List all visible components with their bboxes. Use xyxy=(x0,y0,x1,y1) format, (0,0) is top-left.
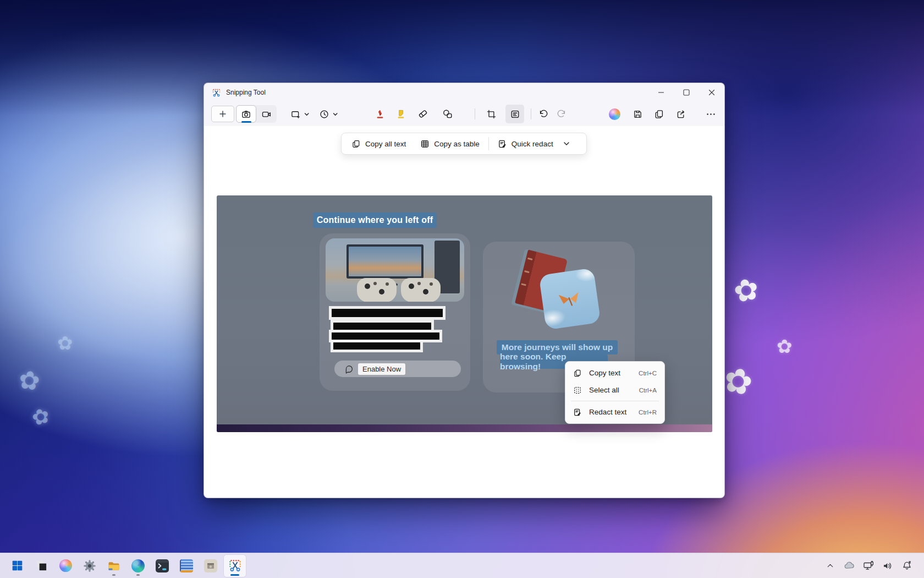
captured-wallpaper-strip xyxy=(217,424,712,432)
blue-flower: ✿ xyxy=(57,334,73,352)
photo-mode-button[interactable] xyxy=(236,105,256,123)
taskbar-terminal[interactable] xyxy=(151,555,173,577)
quick-redact-label: Quick redact xyxy=(512,140,553,148)
titlebar[interactable]: Snipping Tool xyxy=(204,83,724,102)
taskbar-setup-app[interactable] xyxy=(200,555,222,577)
active-app-indicator xyxy=(230,574,239,576)
folder-icon xyxy=(107,559,120,572)
copy-all-text-button[interactable]: Copy all text xyxy=(351,139,406,149)
copy-button[interactable] xyxy=(650,105,668,123)
blue-flower: ✿ xyxy=(17,367,42,395)
toolbar-divider xyxy=(475,108,475,119)
snip-shape-button[interactable] xyxy=(286,105,305,123)
copilot-button[interactable] xyxy=(605,105,624,123)
menu-item-redact-text[interactable]: Redact text Ctrl+R xyxy=(568,403,662,421)
snipping-tool-window: Snipping Tool xyxy=(204,83,725,498)
notepad-icon xyxy=(180,559,193,572)
quick-redact-expand-chevron-icon[interactable] xyxy=(563,141,570,146)
menu-divider xyxy=(571,401,659,401)
game-controller-graphic xyxy=(401,278,441,302)
copilot-icon xyxy=(59,559,72,572)
maximize-button[interactable] xyxy=(674,83,699,102)
undo-button[interactable] xyxy=(534,105,553,123)
actions-bar-divider xyxy=(488,137,489,150)
copy-all-text-label: Copy all text xyxy=(365,140,406,148)
close-button[interactable] xyxy=(699,83,724,102)
gaming-setup-photo xyxy=(326,238,464,302)
select-all-icon xyxy=(573,386,582,395)
taskbar-notepad[interactable] xyxy=(175,555,197,577)
gear-icon xyxy=(83,559,96,572)
enable-now-region[interactable]: Enable Now xyxy=(334,361,461,377)
running-indicator xyxy=(136,574,140,576)
quick-redact-button[interactable]: Quick redact xyxy=(498,139,553,149)
video-mode-button[interactable] xyxy=(256,105,277,123)
table-icon xyxy=(420,139,430,149)
network-display-icon[interactable] xyxy=(861,559,876,573)
window-title: Snipping Tool xyxy=(226,89,266,96)
taskbar-edge[interactable] xyxy=(127,555,149,577)
redaction-bar[interactable] xyxy=(332,309,443,317)
shapes-button[interactable] xyxy=(438,105,457,123)
crop-button[interactable] xyxy=(482,105,501,123)
running-indicator xyxy=(112,574,116,576)
copy-as-table-button[interactable]: Copy as table xyxy=(420,139,480,149)
new-snip-button[interactable] xyxy=(211,106,234,122)
taskbar-snipping-tool[interactable] xyxy=(224,555,246,577)
shortcut-hint: Ctrl+A xyxy=(639,387,657,394)
menu-item-copy-text[interactable]: Copy text Ctrl+C xyxy=(568,364,662,381)
toolbar-divider xyxy=(531,108,531,119)
ocr-text-highlight[interactable]: Enable Now xyxy=(358,363,405,375)
taskbar-layered-squares-app[interactable] xyxy=(30,555,52,577)
shortcut-hint: Ctrl+C xyxy=(639,370,657,377)
setup-app-icon xyxy=(204,559,217,572)
start-button[interactable] xyxy=(6,555,28,577)
system-tray xyxy=(823,559,924,573)
context-menu: Copy text Ctrl+C Select all Ctrl+A Redac… xyxy=(565,361,665,424)
share-button[interactable] xyxy=(672,105,690,123)
snipping-tool-app-icon xyxy=(212,88,221,97)
snipping-tool-icon xyxy=(228,559,242,572)
redaction-bar[interactable] xyxy=(333,342,420,350)
menu-item-select-all[interactable]: Select all Ctrl+A xyxy=(568,381,662,399)
copy-as-table-label: Copy as table xyxy=(434,140,480,148)
redact-icon xyxy=(573,408,582,417)
butterfly-tile-graphic xyxy=(539,268,601,330)
eraser-button[interactable] xyxy=(414,105,432,123)
delay-dropdown-chevron-icon[interactable] xyxy=(331,105,340,123)
copy-icon xyxy=(573,369,582,378)
highlighter-button[interactable] xyxy=(392,105,410,123)
taskbar-copilot[interactable] xyxy=(54,555,76,577)
redact-icon xyxy=(498,139,507,149)
capture-mode-toggle xyxy=(236,105,277,123)
snip-shape-dropdown-chevron-icon[interactable] xyxy=(302,105,311,123)
save-button[interactable] xyxy=(628,105,647,123)
minimize-button[interactable] xyxy=(648,83,674,102)
copy-icon xyxy=(351,139,361,149)
ocr-text-highlight[interactable]: Continue where you left off xyxy=(313,212,437,228)
volume-icon[interactable] xyxy=(881,559,895,573)
monitor-graphic xyxy=(346,244,424,279)
text-actions-button[interactable] xyxy=(505,105,524,123)
notification-bell-icon[interactable] xyxy=(900,559,914,573)
hidden-icons-chevron-icon[interactable] xyxy=(823,559,837,573)
copilot-icon xyxy=(609,108,620,120)
delay-button[interactable] xyxy=(315,105,333,123)
onedrive-cloud-icon[interactable] xyxy=(842,559,856,573)
taskbar-file-explorer[interactable] xyxy=(103,555,125,577)
redaction-bar[interactable] xyxy=(333,323,431,330)
taskbar-settings[interactable] xyxy=(79,555,101,577)
text-actions-bar: Copy all text Copy as table Quick redact xyxy=(341,133,587,155)
redo-button[interactable] xyxy=(552,105,571,123)
active-mode-indicator xyxy=(241,121,251,123)
shortcut-hint: Ctrl+R xyxy=(639,409,657,416)
ballpoint-pen-button[interactable] xyxy=(371,105,389,123)
gaming-card: Enable Now xyxy=(320,233,470,391)
editor-canvas: Copy all text Copy as table Quick redact… xyxy=(204,126,724,498)
toolbar xyxy=(204,102,724,126)
more-options-button[interactable] xyxy=(701,105,720,123)
speech-bubble-icon xyxy=(344,364,354,374)
redaction-bar[interactable] xyxy=(332,332,439,340)
daisy-flower: ✿ xyxy=(777,337,793,356)
edge-icon xyxy=(131,559,145,572)
